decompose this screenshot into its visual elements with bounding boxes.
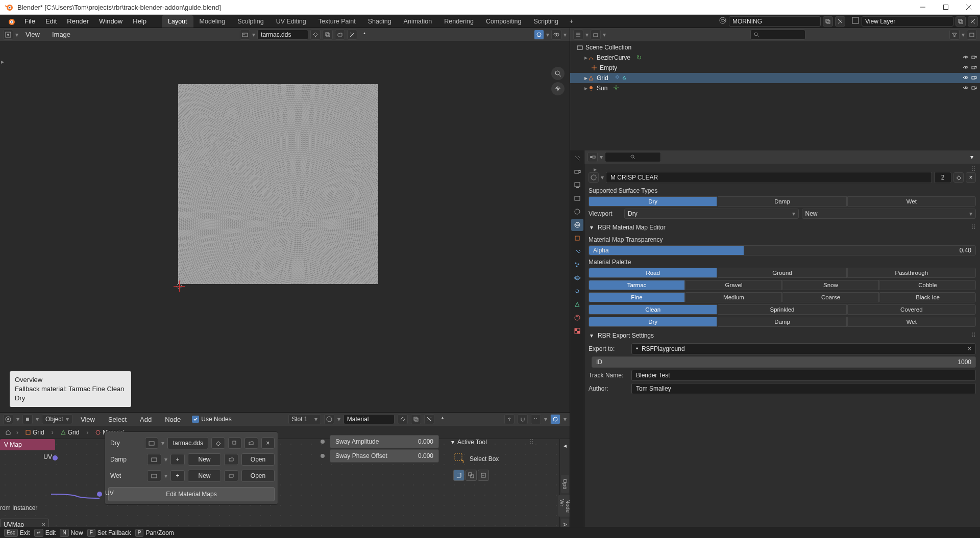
tab-shading[interactable]: Shading <box>362 15 398 28</box>
palette-passthrough[interactable]: Passthrough <box>847 268 976 278</box>
world-users[interactable]: 2 <box>934 172 951 183</box>
tab-compositing[interactable]: Compositing <box>480 15 527 28</box>
pan-button[interactable] <box>551 82 565 95</box>
node-expand-handle[interactable]: ◂ <box>564 442 567 449</box>
minimize-button[interactable] <box>911 0 934 15</box>
sway-amp-socket[interactable] <box>321 440 325 444</box>
map-dry-open[interactable] <box>244 438 258 449</box>
palette-medium[interactable]: Medium <box>685 292 782 302</box>
close-button[interactable] <box>957 0 980 15</box>
editor-dropdown-chevron[interactable]: ▾ <box>15 31 18 38</box>
world-browse-dropdown[interactable] <box>589 172 599 183</box>
sidebar-tab-node[interactable]: Node Wr <box>558 495 570 517</box>
maximize-button[interactable] <box>934 0 957 15</box>
sway-phase-socket[interactable] <box>321 454 325 458</box>
ptab-scene[interactable] <box>571 206 583 218</box>
outliner-tree[interactable]: Scene Collection ▸ BezierCurve ↻ Empty ▸ <box>570 41 980 150</box>
viewlayer-icon[interactable] <box>851 16 860 26</box>
map-dry-fake-user[interactable]: ◇ <box>211 438 225 449</box>
palette-ground[interactable]: Ground <box>718 268 846 278</box>
ptab-constraints[interactable] <box>571 285 583 297</box>
tab-animation[interactable]: Animation <box>398 15 438 28</box>
camera-icon[interactable] <box>971 54 977 62</box>
node-snap-button[interactable] <box>518 414 528 424</box>
viewlayer-delete-button[interactable] <box>968 16 978 27</box>
world-unlink-button[interactable]: × <box>966 172 976 183</box>
scene-selector[interactable]: MORNING <box>729 16 821 27</box>
editor-type-dropdown[interactable] <box>3 30 13 40</box>
export-to-dropdown[interactable]: • RSFPlayground× <box>631 343 976 354</box>
world-name-field[interactable]: M CRISP CLEAR <box>606 172 932 183</box>
alpha-slider[interactable]: Alpha 0.40 <box>589 245 976 255</box>
uv-map-node[interactable]: V Map UV <box>0 439 55 456</box>
palette-covered[interactable]: Covered <box>847 304 976 315</box>
eye-icon[interactable] <box>963 74 969 82</box>
surface-damp[interactable]: Damp <box>718 196 846 207</box>
map-wet-browse[interactable] <box>147 470 161 481</box>
image-new-button[interactable] <box>323 30 333 40</box>
track-name-field[interactable]: Blender Test <box>631 370 976 381</box>
blender-icon[interactable] <box>5 16 16 27</box>
ptab-tool[interactable] <box>571 152 583 165</box>
material-browse-icon[interactable] <box>324 414 334 424</box>
palette-cobble[interactable]: Cobble <box>879 280 976 290</box>
node-overlay-dropdown[interactable] <box>531 414 541 424</box>
map-damp-folder[interactable] <box>224 454 238 465</box>
image-browse-dropdown[interactable] <box>240 30 250 40</box>
shader-type-dropdown[interactable] <box>22 414 33 424</box>
palette-tarmac[interactable]: Tarmac <box>589 280 685 290</box>
node-parent-button[interactable] <box>504 414 514 424</box>
camera-icon[interactable] <box>971 85 977 92</box>
ptab-object[interactable] <box>571 232 583 244</box>
map-dry-browse[interactable] <box>145 438 158 449</box>
node-gizmo-button[interactable] <box>550 414 560 424</box>
palette-sprinkled[interactable]: Sprinkled <box>718 304 846 315</box>
palette-snow[interactable]: Snow <box>782 280 879 290</box>
palette-road[interactable]: Road <box>589 268 717 278</box>
world-fake-user-button[interactable]: ◇ <box>953 172 964 183</box>
tree-sun[interactable]: ▸ Sun <box>570 83 980 93</box>
material-unlink-button[interactable] <box>424 414 434 424</box>
tab-modeling[interactable]: Modeling <box>193 15 232 28</box>
palette-damp[interactable]: Damp <box>718 317 846 327</box>
uv-output-socket[interactable] <box>53 455 58 460</box>
chevron-down-icon[interactable]: ▾ <box>451 439 454 446</box>
image-open-button[interactable] <box>335 30 345 40</box>
material-name-field[interactable]: Material <box>344 414 395 424</box>
uvmap-selector[interactable]: UVMap× <box>0 519 49 527</box>
ptab-particles[interactable] <box>571 259 583 271</box>
map-wet-new-button[interactable]: New <box>188 470 221 482</box>
viewlayer-selector[interactable]: View Layer <box>862 16 953 27</box>
tree-grid[interactable]: ▸ Grid <box>570 73 980 83</box>
map-wet-folder[interactable] <box>224 470 238 481</box>
zoom-button[interactable] <box>551 67 565 80</box>
outliner-search[interactable] <box>750 30 805 40</box>
props-type-icon[interactable] <box>587 152 598 162</box>
node-menu-view[interactable]: View <box>76 414 100 425</box>
sidebar-tab-arra[interactable]: Arra <box>561 519 569 527</box>
viewport-new-dropdown[interactable]: New▾ <box>802 209 976 219</box>
camera-icon[interactable] <box>971 74 977 82</box>
surface-dry[interactable]: Dry <box>589 196 717 207</box>
palette-gravel[interactable]: Gravel <box>685 280 782 290</box>
map-wet-open-button[interactable]: Open <box>241 470 275 482</box>
outliner-display-dropdown[interactable] <box>591 30 601 40</box>
camera-icon[interactable] <box>971 64 977 72</box>
menu-window[interactable]: Window <box>94 16 128 27</box>
map-damp-add[interactable]: + <box>170 454 185 465</box>
tree-bezier[interactable]: ▸ BezierCurve ↻ <box>570 53 980 63</box>
palette-fine[interactable]: Fine <box>589 292 685 302</box>
tree-empty[interactable]: Empty <box>570 63 980 73</box>
map-dry-unlink[interactable]: × <box>261 438 275 449</box>
bread-mesh[interactable]: Grid <box>57 428 84 437</box>
overlay-toggle[interactable] <box>551 30 561 40</box>
new-collection-button[interactable] <box>967 30 977 40</box>
object-mode-dropdown[interactable]: Object▾ <box>42 414 72 424</box>
map-damp-open-button[interactable]: Open <box>241 453 275 466</box>
ptab-data[interactable] <box>571 298 583 311</box>
bread-home-icon[interactable] <box>3 427 13 438</box>
ptab-viewlayer[interactable] <box>571 192 583 204</box>
select-extend-button[interactable] <box>465 470 477 481</box>
map-dry-copy[interactable] <box>228 438 241 449</box>
map-dry-image[interactable]: tarmac.dds <box>167 437 208 449</box>
